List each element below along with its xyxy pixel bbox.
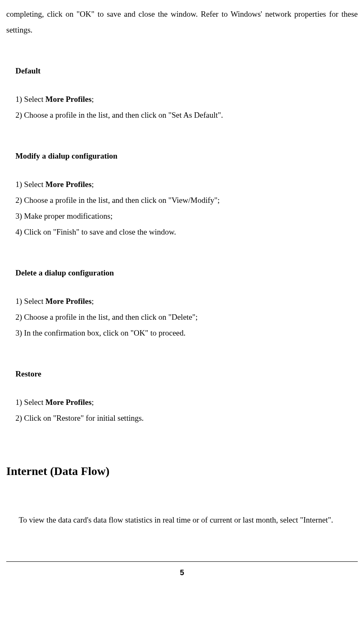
section-delete: Delete a dialup configuration 1) Select … — [15, 265, 358, 341]
delete-step-3: 3) In the confirmation box, click on "OK… — [15, 325, 358, 341]
step-bold: More Profiles — [46, 297, 92, 306]
restore-step-2: 2) Click on "Restore" for initial settin… — [15, 410, 358, 426]
page-number: 5 — [180, 568, 184, 577]
restore-step-1: 1) Select More Profiles; — [15, 394, 358, 410]
main-heading: Internet (Data Flow) — [6, 460, 358, 483]
page-footer: 5 — [6, 561, 358, 580]
default-step-2: 2) Choose a profile in the list, and the… — [15, 107, 358, 123]
step-suffix: ; — [91, 180, 94, 189]
section-modify: Modify a dialup configuration 1) Select … — [15, 148, 358, 240]
delete-step-2: 2) Choose a profile in the list, and the… — [15, 309, 358, 325]
section-title-default: Default — [15, 63, 358, 79]
section-title-delete: Delete a dialup configuration — [15, 265, 358, 281]
step-suffix: ; — [91, 398, 94, 407]
step-prefix: 1) Select — [15, 398, 46, 407]
modify-step-4: 4) Click on "Finish" to save and close t… — [15, 224, 358, 240]
section-default: Default 1) Select More Profiles; 2) Choo… — [15, 63, 358, 123]
section-restore: Restore 1) Select More Profiles; 2) Clic… — [15, 366, 358, 426]
step-prefix: 1) Select — [15, 95, 46, 104]
delete-step-1: 1) Select More Profiles; — [15, 293, 358, 309]
step-suffix: ; — [91, 95, 94, 104]
section-title-modify: Modify a dialup configuration — [15, 148, 358, 164]
modify-step-3: 3) Make proper modifications; — [15, 208, 358, 224]
step-bold: More Profiles — [46, 180, 92, 189]
step-bold: More Profiles — [46, 398, 92, 407]
step-prefix: 1) Select — [15, 180, 46, 189]
section-title-restore: Restore — [15, 366, 358, 382]
step-suffix: ; — [91, 297, 94, 306]
default-step-1: 1) Select More Profiles; — [15, 91, 358, 107]
modify-step-1: 1) Select More Profiles; — [15, 177, 358, 192]
step-prefix: 1) Select — [15, 297, 46, 306]
step-bold: More Profiles — [46, 95, 92, 104]
body-paragraph: To view the data card's data flow statis… — [6, 512, 358, 528]
modify-step-2: 2) Choose a profile in the list, and the… — [15, 192, 358, 208]
intro-paragraph: completing, click on "OK" to save and cl… — [6, 6, 358, 38]
